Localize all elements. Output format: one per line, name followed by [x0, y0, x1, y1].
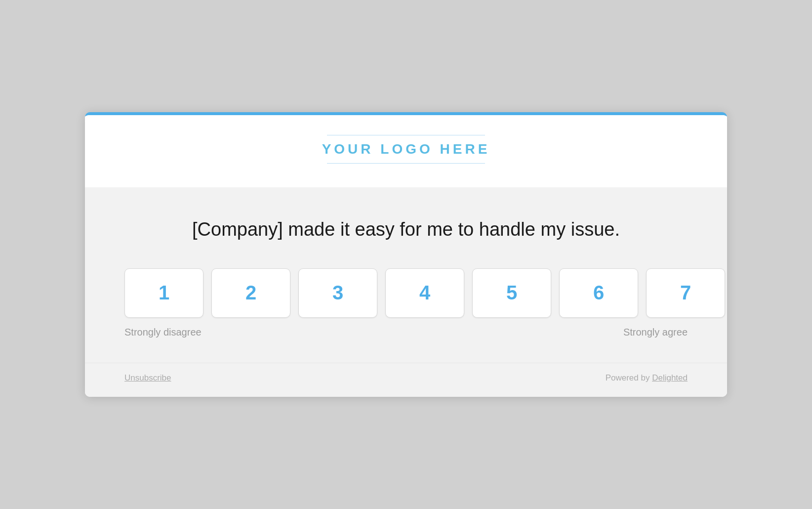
scale-button-7[interactable]: 7: [646, 268, 725, 318]
scale-button-3[interactable]: 3: [298, 268, 377, 318]
logo-line-bottom: [327, 163, 485, 164]
scale-button-5[interactable]: 5: [472, 268, 551, 318]
scale-labels-row: Strongly disagree Strongly agree: [124, 327, 688, 338]
scale-button-5-label: 5: [506, 282, 517, 304]
powered-by-text: Powered by: [606, 373, 650, 382]
logo-section: YOUR LOGO HERE: [85, 115, 727, 187]
scale-container: 1 2 3 4 5 6 7: [124, 268, 688, 338]
scale-button-1-label: 1: [159, 282, 169, 304]
powered-by: Powered by Delighted: [606, 373, 688, 383]
survey-card: YOUR LOGO HERE [Company] made it easy fo…: [85, 112, 727, 396]
survey-question: [Company] made it easy for me to handle …: [124, 217, 688, 242]
unsubscribe-link[interactable]: Unsubscribe: [124, 373, 171, 383]
scale-button-1[interactable]: 1: [124, 268, 203, 318]
scale-button-6-label: 6: [593, 282, 604, 304]
logo-text: YOUR LOGO HERE: [322, 141, 490, 157]
logo-line-top: [327, 135, 485, 135]
survey-footer: Unsubscribe Powered by Delighted: [85, 363, 727, 397]
logo-container: YOUR LOGO HERE: [322, 135, 490, 170]
delighted-link[interactable]: Delighted: [652, 373, 688, 382]
scale-button-3-label: 3: [332, 282, 343, 304]
scale-label-right: Strongly agree: [623, 327, 688, 338]
scale-button-6[interactable]: 6: [559, 268, 638, 318]
scale-button-4[interactable]: 4: [385, 268, 464, 318]
survey-section: [Company] made it easy for me to handle …: [85, 187, 727, 362]
scale-button-2[interactable]: 2: [211, 268, 290, 318]
scale-button-7-label: 7: [680, 282, 691, 304]
scale-buttons-row: 1 2 3 4 5 6 7: [124, 268, 725, 318]
scale-button-2-label: 2: [245, 282, 256, 304]
scale-button-4-label: 4: [419, 282, 430, 304]
scale-label-left: Strongly disagree: [124, 327, 202, 338]
